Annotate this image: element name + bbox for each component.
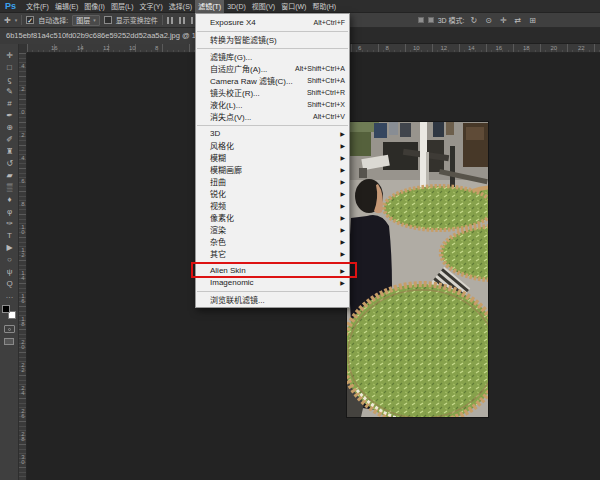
ruler-label: 2 [20,86,26,91]
submenu-arrow-icon: ▶ [340,214,345,221]
filter-menu-item[interactable]: 视频 ▶ [196,199,349,211]
ruler-label: 22 [20,362,26,372]
menu-view[interactable]: 视图(V) [249,0,278,13]
brush-tool[interactable]: ✐ [0,133,19,145]
type-tool[interactable]: T [0,229,19,241]
filter-menu-item[interactable]: 扭曲 ▶ [196,175,349,187]
marquee-tool[interactable]: □ [0,61,19,73]
filter-menu-item[interactable]: 消失点(V)... Alt+Ctrl+V ▶ [196,110,349,122]
menu-item-label: 像素化 [210,212,234,223]
align-center-icon[interactable] [179,17,187,24]
menu-edit[interactable]: 编辑(E) [52,0,81,13]
3d-slide-icon[interactable]: ⇄ [513,16,524,25]
gradient-tool[interactable]: ▒ [0,181,19,193]
path-selection-tool[interactable]: ▶ [0,241,19,253]
quick-mask-dot-icon [8,328,11,331]
ruler-label: 16 [51,44,58,52]
auto-select-checkbox[interactable]: ✓ [26,16,34,24]
menu-item-label: 风格化 [210,140,234,151]
quick-mask-button[interactable] [4,325,15,333]
menu-image[interactable]: 图像(I) [81,0,108,13]
filter-menu-item[interactable]: 渲染 ▶ [196,223,349,235]
ruler-label: 6 [358,44,361,52]
filter-menu-item[interactable]: Camera Raw 滤镜(C)... Shift+Ctrl+A ▶ [196,74,349,86]
eraser-tool[interactable]: ▰ [0,169,19,181]
3d-scale-icon[interactable]: ⊞ [527,16,538,25]
lasso-tool[interactable]: ϛ [0,73,19,85]
edit-toolbar-button[interactable]: … [0,289,19,301]
ruler-label: 14 [77,44,84,52]
menu-filter[interactable]: 滤镜(T) [195,0,224,13]
pen-tool[interactable]: ✑ [0,217,19,229]
ruler-label: 8 [386,44,389,52]
crop-tool[interactable]: # [0,97,19,109]
menu-layer[interactable]: 图层(L) [108,0,137,13]
ruler-label: 16 [496,44,503,52]
vertical-ruler[interactable]: 42024681012141618202224262830 [19,53,27,480]
menu-item-alien-skin[interactable]: Alien Skin ▶ [196,264,349,276]
move-tool[interactable]: ✛ [0,49,19,61]
menu-type[interactable]: 文字(Y) [136,0,165,13]
submenu-arrow-icon: ▶ [340,166,345,173]
filter-menu-item[interactable]: 3D ▶ [196,127,349,139]
filter-menu-item[interactable]: 其它 ▶ [196,247,349,259]
filter-menu-item[interactable]: Exposure X4 Alt+Ctrl+F ▶ [196,16,349,28]
filter-menu-item[interactable]: 锐化 ▶ [196,187,349,199]
ruler-label: 20 [20,339,26,349]
filter-menu-item[interactable]: 液化(L)... Shift+Ctrl+X ▶ [196,98,349,110]
workspace-square-icon[interactable] [428,17,434,23]
clone-stamp-tool[interactable]: ♜ [0,145,19,157]
submenu-arrow-icon: ▶ [340,238,345,245]
tool-preset-caret-icon[interactable]: ▾ [15,17,18,23]
menu-window[interactable]: 窗口(W) [278,0,309,13]
filter-menu-item[interactable]: 风格化 ▶ [196,139,349,151]
zoom-tool[interactable]: Q [0,277,19,289]
menu-file[interactable]: 文件(F) [23,0,52,13]
auto-select-target-dropdown[interactable]: 图层 ▾ [72,15,100,26]
ruler-label: 10 [20,224,26,234]
align-left-icon[interactable] [167,17,175,24]
healing-brush-tool[interactable]: ⊕ [0,121,19,133]
menu-select[interactable]: 选择(S) [166,0,195,13]
filter-menu-item[interactable]: 杂色 ▶ [196,235,349,247]
filter-menu-item[interactable]: 自适应广角(A)... Alt+Shift+Ctrl+A ▶ [196,62,349,74]
submenu-arrow-icon: ▶ [340,267,345,274]
ruler-label: 10 [129,44,136,52]
filter-menu-item[interactable]: 转换为智能滤镜(S) ▶ [196,33,349,45]
eyedropper-tool[interactable]: ✒ [0,109,19,121]
filter-menu-item[interactable]: 滤镜库(G)... ▶ [196,50,349,62]
ruler-label: 12 [20,247,26,257]
workspace-square-icon[interactable] [418,17,424,23]
ruler-label: 8 [155,44,158,52]
submenu-arrow-icon: ▶ [340,226,345,233]
screen-mode-button[interactable] [4,338,14,345]
menu-item-label: 渲染 [210,224,226,235]
filter-menu-item[interactable]: 模糊 ▶ [196,151,349,163]
document-image[interactable] [347,122,488,417]
3d-drag-icon[interactable]: ✛ [498,16,509,25]
menu-help[interactable]: 帮助(H) [309,0,339,13]
foreground-color-swatch[interactable] [2,305,10,313]
hand-tool[interactable]: ψ [0,265,19,277]
blur-tool[interactable]: ♦ [0,193,19,205]
menu-3d[interactable]: 3D(D) [224,0,249,13]
menu-item-label: 模糊画廊 [210,164,242,175]
dodge-tool[interactable]: φ [0,205,19,217]
filter-menu-item[interactable]: 浏览联机滤镜... ▶ [196,293,349,305]
auto-select-target-value: 图层 [76,15,90,25]
ruler-label: 28 [20,431,26,441]
show-transform-checkbox[interactable] [104,16,112,24]
history-brush-tool[interactable]: ↺ [0,157,19,169]
3d-roll-icon[interactable]: ⊙ [483,16,494,25]
filter-menu-item[interactable]: 模糊画廊 ▶ [196,163,349,175]
menu-item-imagenomic[interactable]: Imagenomic ▶ [196,276,349,288]
shape-tool[interactable]: ○ [0,253,19,265]
menu-item-label: 其它 [210,248,226,259]
options-bar-right-cluster: 3D 模式: ↻⊙✛⇄⊞ [418,15,538,25]
filter-menu-item[interactable]: 像素化 ▶ [196,211,349,223]
ruler-label: 4 [20,63,26,68]
filter-menu-item[interactable]: 镜头校正(R)... Shift+Ctrl+R ▶ [196,86,349,98]
color-swatches [2,305,16,319]
3d-rotate-icon[interactable]: ↻ [468,16,479,25]
quick-selection-tool[interactable]: ✎ [0,85,19,97]
